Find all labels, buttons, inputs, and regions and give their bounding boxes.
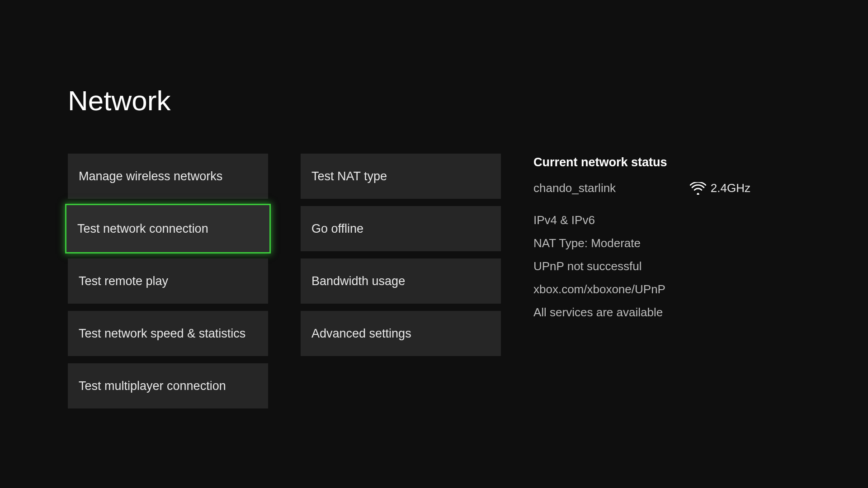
wifi-indicator: 2.4GHz <box>690 181 750 195</box>
option-label: Test NAT type <box>311 169 387 183</box>
test-network-connection-button[interactable]: Test network connection <box>65 204 271 253</box>
option-label: Advanced settings <box>311 327 411 341</box>
status-ssid-row: chando_starlink 2.4GHz <box>533 181 750 195</box>
wifi-icon <box>690 182 706 195</box>
options-column-1: Manage wireless networks Test network co… <box>68 154 268 408</box>
status-heading: Current network status <box>533 155 750 169</box>
test-nat-type-button[interactable]: Test NAT type <box>301 154 501 199</box>
wifi-band: 2.4GHz <box>711 181 750 195</box>
option-label: Manage wireless networks <box>79 169 222 183</box>
option-label: Test network connection <box>77 222 208 236</box>
test-network-speed-button[interactable]: Test network speed & statistics <box>68 311 268 356</box>
network-status-panel: Current network status chando_starlink 2… <box>533 155 750 319</box>
option-label: Go offline <box>311 222 363 236</box>
option-label: Test remote play <box>79 274 168 288</box>
status-nat: NAT Type: Moderate <box>533 236 750 250</box>
status-upnp-help: xbox.com/xboxone/UPnP <box>533 282 750 296</box>
status-ip: IPv4 & IPv6 <box>533 213 750 227</box>
page-title: Network <box>68 84 170 117</box>
options-column-2: Test NAT type Go offline Bandwidth usage… <box>301 154 501 408</box>
manage-wireless-networks-button[interactable]: Manage wireless networks <box>68 154 268 199</box>
bandwidth-usage-button[interactable]: Bandwidth usage <box>301 258 501 304</box>
option-label: Test multiplayer connection <box>79 379 226 393</box>
status-upnp: UPnP not successful <box>533 259 750 273</box>
advanced-settings-button[interactable]: Advanced settings <box>301 311 501 356</box>
status-ssid: chando_starlink <box>533 181 616 195</box>
test-remote-play-button[interactable]: Test remote play <box>68 258 268 304</box>
status-services: All services are available <box>533 305 750 319</box>
options-columns: Manage wireless networks Test network co… <box>68 154 501 408</box>
status-list: chando_starlink 2.4GHz IPv4 & IPv6 NAT T… <box>533 181 750 319</box>
test-multiplayer-connection-button[interactable]: Test multiplayer connection <box>68 363 268 408</box>
option-label: Bandwidth usage <box>311 274 405 288</box>
option-label: Test network speed & statistics <box>79 327 245 341</box>
go-offline-button[interactable]: Go offline <box>301 206 501 251</box>
